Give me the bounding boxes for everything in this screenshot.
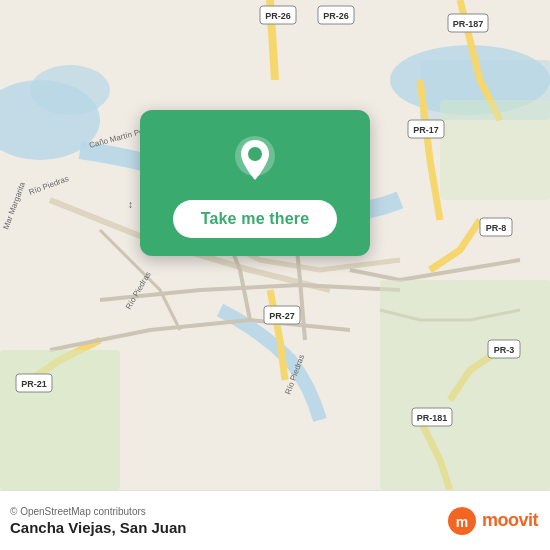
moovit-icon: m xyxy=(446,505,478,537)
svg-text:PR-3: PR-3 xyxy=(494,345,515,355)
svg-text:PR-27: PR-27 xyxy=(269,311,295,321)
svg-text:PR-187: PR-187 xyxy=(453,19,484,29)
svg-text:PR-26: PR-26 xyxy=(265,11,291,21)
svg-text:PR-26: PR-26 xyxy=(323,11,349,21)
footer-bar: © OpenStreetMap contributors Cancha Viej… xyxy=(0,490,550,550)
svg-text:m: m xyxy=(456,514,468,530)
location-pin-icon xyxy=(229,134,281,186)
svg-point-2 xyxy=(30,65,110,115)
take-me-there-button[interactable]: Take me there xyxy=(173,200,338,238)
footer-left: © OpenStreetMap contributors Cancha Viej… xyxy=(10,506,186,536)
svg-text:PR-21: PR-21 xyxy=(21,379,47,389)
svg-point-34 xyxy=(248,147,262,161)
osm-attribution: © OpenStreetMap contributors xyxy=(10,506,186,517)
svg-rect-7 xyxy=(440,100,550,200)
svg-text:PR-17: PR-17 xyxy=(413,125,439,135)
svg-rect-5 xyxy=(0,350,120,490)
moovit-logo: m moovit xyxy=(446,505,538,537)
place-name: Cancha Viejas, San Juan xyxy=(10,519,186,536)
svg-text:↕: ↕ xyxy=(128,199,133,210)
moovit-brand-text: moovit xyxy=(482,510,538,531)
svg-text:PR-8: PR-8 xyxy=(486,223,507,233)
card-overlay: Take me there xyxy=(140,110,370,256)
svg-rect-6 xyxy=(380,280,550,490)
svg-text:PR-181: PR-181 xyxy=(417,413,448,423)
map-container: PR-26 PR-26 PR-187 PR-17 PR-8 PR-3 PR-18… xyxy=(0,0,550,490)
